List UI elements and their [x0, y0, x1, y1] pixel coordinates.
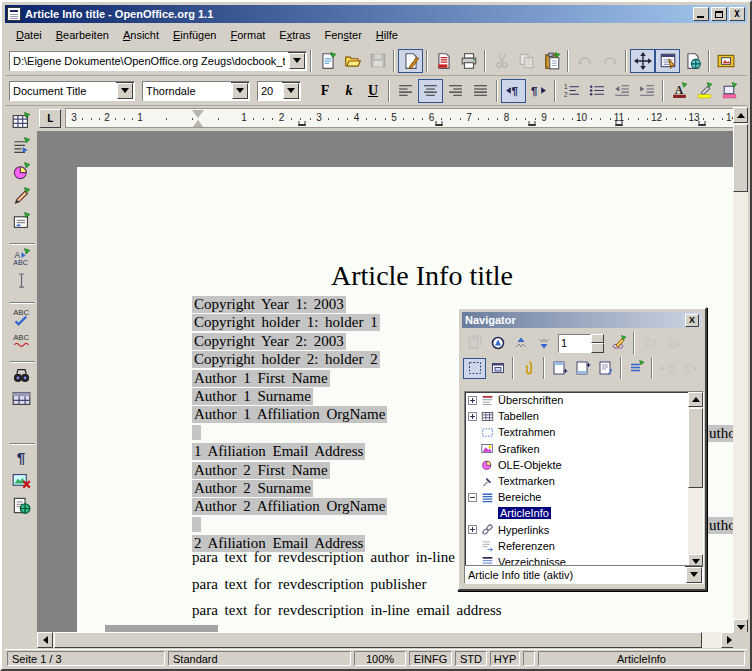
cut-button[interactable]	[489, 49, 514, 73]
maximize-button[interactable]	[711, 7, 727, 21]
navigator-document-selector[interactable]	[464, 565, 704, 584]
nav-toggle-button[interactable]	[463, 333, 486, 354]
nav-next-button[interactable]	[532, 333, 555, 354]
new-document-button[interactable]	[315, 49, 340, 73]
document-line[interactable]: Author 2 Affiliation OrgName	[192, 498, 387, 515]
expand-icon[interactable]	[468, 396, 477, 405]
url-dropdown-button[interactable]	[289, 53, 305, 69]
insert-table-button[interactable]	[9, 109, 35, 134]
menu-hilfe[interactable]: Hilfe	[369, 27, 405, 43]
menu-datei[interactable]: Datei	[9, 27, 49, 43]
vertical-scroll-thumb[interactable]	[733, 124, 748, 192]
nav-box-button[interactable]	[486, 358, 509, 379]
tab-stop-marker[interactable]	[529, 121, 536, 126]
form-functions-button[interactable]	[9, 209, 35, 234]
open-button[interactable]	[340, 49, 365, 73]
online-layout-button[interactable]	[9, 493, 35, 518]
spin-up-button[interactable]	[591, 334, 604, 344]
status-section[interactable]: ArticleInfo	[538, 651, 745, 666]
document-line[interactable]: Copyright holder 2: holder 2	[192, 351, 380, 368]
menu-einfügen[interactable]: Einfügen	[166, 27, 223, 43]
nav-navigation-button[interactable]	[486, 333, 509, 354]
page-number-spinner[interactable]	[558, 334, 604, 353]
tree-item-textmarken[interactable]: Textmarken	[465, 473, 703, 489]
tree-scroll-up-button[interactable]	[688, 392, 703, 407]
tab-type-button[interactable]: L	[39, 109, 61, 128]
navigator-button[interactable]	[630, 49, 655, 73]
nav-demote-button[interactable]	[679, 358, 702, 379]
underline-button[interactable]: U	[361, 79, 385, 103]
document-line[interactable]: Copyright holder 1: holder 1	[192, 314, 380, 331]
document-line[interactable]	[192, 517, 201, 536]
document-line[interactable]: Author 1 First Name	[192, 370, 330, 387]
autotext-button[interactable]: AABC	[9, 243, 35, 268]
url-combobox[interactable]	[9, 51, 307, 71]
ltr-direction-button[interactable]: ¶	[501, 79, 526, 103]
document-line[interactable]: Author 1 Surname	[192, 388, 313, 405]
tree-item-überschriften[interactable]: Überschriften	[465, 392, 703, 408]
nav-chapter-down-button[interactable]	[661, 333, 684, 354]
menu-bearbeiten[interactable]: Bearbeiten	[49, 27, 116, 43]
nonprinting-chars-button[interactable]: ¶	[9, 443, 35, 468]
collapse-icon[interactable]	[468, 493, 477, 502]
minimize-button[interactable]	[693, 7, 709, 21]
document-line[interactable]: Author 2 First Name	[192, 462, 330, 479]
document-line[interactable]: Copyright Year 1: 2003	[192, 296, 346, 313]
scroll-left-button[interactable]	[37, 632, 53, 648]
title-bar[interactable]: Article Info title - OpenOffice.org 1.1 …	[5, 5, 747, 23]
copy-button[interactable]	[514, 49, 539, 73]
nav-promote-button[interactable]	[656, 358, 679, 379]
tree-item-ole-objekte[interactable]: OLE-Objekte	[465, 457, 703, 473]
document-selector-dropdown-button[interactable]	[686, 567, 702, 583]
status-insert-mode[interactable]: EINFG	[409, 651, 452, 666]
align-left-button[interactable]	[393, 79, 418, 103]
font-input[interactable]	[143, 82, 231, 100]
font-color-button[interactable]: A	[667, 79, 692, 103]
nav-chapter-up-button[interactable]	[638, 333, 661, 354]
document-line[interactable]: para text for revdescription publisher	[192, 576, 426, 593]
style-combobox[interactable]	[9, 81, 135, 101]
horizontal-scrollbar[interactable]	[37, 632, 737, 648]
tree-scroll-thumb[interactable]	[688, 408, 703, 488]
spin-down-button[interactable]	[591, 343, 604, 353]
background-color-button[interactable]	[717, 79, 742, 103]
menu-fenster[interactable]: Fenster	[318, 27, 369, 43]
tree-item-textrahmen[interactable]: Textrahmen	[465, 424, 703, 440]
style-input[interactable]	[10, 82, 116, 100]
nav-footnote-button[interactable]	[594, 358, 617, 379]
tab-stop-marker[interactable]	[436, 121, 443, 126]
menu-format[interactable]: Format	[223, 27, 272, 43]
document-line[interactable]: para text for revdescription in-line ema…	[192, 602, 502, 619]
rtl-direction-button[interactable]: ¶	[526, 79, 551, 103]
font-combobox[interactable]	[142, 81, 250, 101]
font-dropdown-button[interactable]	[232, 83, 248, 99]
italic-button[interactable]: k	[337, 79, 361, 103]
expand-icon[interactable]	[468, 525, 477, 534]
tree-item-tabellen[interactable]: Tabellen	[465, 408, 703, 424]
document-line[interactable]: Author 1 Affiliation OrgName	[192, 406, 387, 423]
document-line[interactable]: para text for revdescription author in-l…	[192, 549, 455, 566]
page-number-input[interactable]	[559, 335, 590, 352]
status-selection-mode[interactable]: STD	[455, 651, 487, 666]
tree-item-referenzen[interactable]: Referenzen	[465, 538, 703, 554]
save-button[interactable]	[365, 49, 390, 73]
tree-item-bereiche[interactable]: Bereiche	[465, 489, 703, 505]
horizontal-ruler[interactable]: 3211234567891011121314	[65, 108, 736, 128]
highlight-button[interactable]	[692, 79, 717, 103]
increase-indent-button[interactable]	[634, 79, 659, 103]
fontsize-dropdown-button[interactable]	[283, 83, 299, 99]
document-line[interactable]	[192, 425, 201, 444]
tree-item-grafiken[interactable]: Grafiken	[465, 441, 703, 457]
decrease-indent-button[interactable]	[609, 79, 634, 103]
scroll-up-button[interactable]	[733, 107, 748, 123]
status-page-style[interactable]: Standard	[168, 651, 351, 666]
nav-previous-button[interactable]	[509, 333, 532, 354]
stylist-button[interactable]	[655, 49, 680, 73]
paste-button[interactable]	[539, 49, 564, 73]
close-button[interactable]: X	[729, 7, 745, 21]
horizontal-scroll-thumb[interactable]	[54, 632, 702, 648]
document-heading[interactable]: Article Info title	[192, 260, 652, 292]
vertical-scrollbar[interactable]	[733, 107, 748, 635]
spellcheck-button[interactable]: ABC	[9, 302, 35, 327]
status-page[interactable]: Seite 1 / 3	[7, 651, 165, 666]
